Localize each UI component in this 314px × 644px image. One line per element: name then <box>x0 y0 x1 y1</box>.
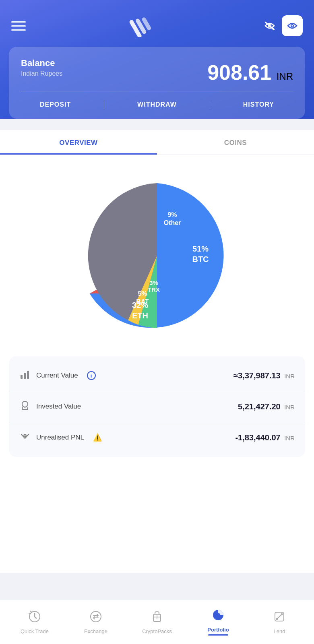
crypto-packs-label: CryptoPacks <box>142 628 172 634</box>
portfolio-label: Portfolio <box>207 627 229 633</box>
balance-subtitle: Indian Rupees <box>21 70 62 77</box>
history-button[interactable]: HISTORY <box>238 99 279 111</box>
svg-line-33 <box>277 614 282 619</box>
portfolio-icon <box>212 609 225 624</box>
svg-point-31 <box>216 613 220 617</box>
quick-trade-label: Quick Trade <box>21 628 49 634</box>
svg-text:%: % <box>24 433 27 438</box>
svg-point-5 <box>291 25 293 27</box>
exchange-icon <box>89 610 102 626</box>
svg-text:51%: 51% <box>192 244 209 253</box>
top-bar <box>0 0 314 47</box>
svg-point-34 <box>276 618 278 620</box>
pnl-label: Unrealised PNL <box>36 433 84 442</box>
quick-trade-icon <box>28 610 41 626</box>
svg-text:3%: 3% <box>149 279 158 286</box>
bottom-navigation: Quick Trade Exchange CryptoPacks <box>0 600 314 644</box>
deposit-button[interactable]: DEPOSIT <box>35 99 76 111</box>
nav-quick-trade[interactable]: Quick Trade <box>14 610 55 634</box>
current-value-row: Current Value i ≈3,37,987.13 INR <box>9 360 305 391</box>
nav-portfolio[interactable]: Portfolio <box>198 609 238 636</box>
pnl-icon: % <box>19 431 31 444</box>
invested-value-label: Invested Value <box>36 402 81 411</box>
balance-title: Balance <box>21 58 62 68</box>
eye-show-button[interactable] <box>282 15 303 36</box>
svg-point-35 <box>281 613 283 615</box>
current-value-icon <box>19 369 31 382</box>
lend-icon <box>273 610 286 626</box>
exchange-label: Exchange <box>84 628 107 634</box>
invested-value-currency: INR <box>284 404 295 411</box>
svg-rect-18 <box>27 371 29 379</box>
balance-card: Balance Indian Rupees 908.61 INR DEPOSIT… <box>9 47 305 119</box>
balance-currency: INR <box>277 71 293 82</box>
tab-coins[interactable]: COINS <box>157 130 314 155</box>
svg-text:5%: 5% <box>138 290 147 297</box>
pnl-amount: -1,83,440.07 <box>235 433 280 442</box>
withdraw-button[interactable]: WITHDRAW <box>132 99 182 111</box>
invested-value-icon <box>19 400 31 413</box>
invested-value-row: Invested Value 5,21,427.20 INR <box>9 391 305 422</box>
balance-amount: 908.61 <box>207 61 271 84</box>
pie-chart: 51% BTC 32% ETH 5% BAT 3% TRX 9% Other <box>72 171 242 340</box>
lend-label: Lend <box>274 628 285 634</box>
unrealised-pnl-row: % Unrealised PNL ⚠️ -1,83,440.07 INR <box>9 422 305 453</box>
svg-rect-16 <box>21 375 23 379</box>
crypto-packs-icon <box>151 610 163 626</box>
app-logo <box>128 13 157 39</box>
header-background: Balance Indian Rupees 908.61 INR DEPOSIT… <box>0 0 314 119</box>
nav-lend[interactable]: Lend <box>259 610 300 634</box>
menu-button[interactable] <box>11 21 26 31</box>
svg-text:TRX: TRX <box>148 286 160 293</box>
nav-crypto-packs[interactable]: CryptoPacks <box>137 610 177 634</box>
visibility-toggles <box>259 15 303 36</box>
pnl-currency: INR <box>284 435 295 442</box>
svg-text:Other: Other <box>164 219 181 226</box>
svg-line-24 <box>29 613 31 614</box>
content-area: OVERVIEW COINS 51% BTC <box>0 130 314 573</box>
current-value-info-icon[interactable]: i <box>87 371 96 380</box>
svg-text:BAT: BAT <box>136 298 149 305</box>
tab-overview[interactable]: OVERVIEW <box>0 130 157 155</box>
svg-point-26 <box>91 611 101 622</box>
action-buttons: DEPOSIT WITHDRAW HISTORY <box>21 91 293 119</box>
svg-text:BTC: BTC <box>192 255 209 264</box>
chart-container: 51% BTC 32% ETH 5% BAT 3% TRX 9% Other <box>0 155 314 352</box>
invested-value-amount: 5,21,427.20 <box>238 402 281 411</box>
current-value-amount: ≈3,37,987.13 <box>233 371 281 380</box>
nav-exchange[interactable]: Exchange <box>76 610 116 634</box>
eye-hide-button[interactable] <box>259 15 280 36</box>
svg-text:9%: 9% <box>167 211 177 218</box>
portfolio-active-indicator <box>208 634 228 636</box>
current-value-currency: INR <box>284 373 295 380</box>
stats-card: Current Value i ≈3,37,987.13 INR Investe… <box>9 356 305 457</box>
tab-bar: OVERVIEW COINS <box>0 130 314 155</box>
svg-rect-17 <box>24 373 26 379</box>
svg-text:ETH: ETH <box>132 311 148 320</box>
pnl-warn-icon: ⚠️ <box>93 433 102 442</box>
current-value-label: Current Value <box>36 372 78 380</box>
